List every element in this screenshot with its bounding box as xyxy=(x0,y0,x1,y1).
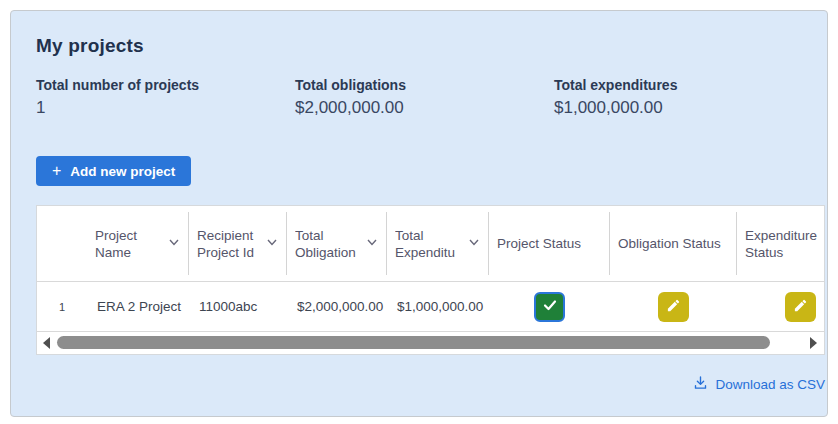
scrollbar-thumb[interactable] xyxy=(57,336,770,349)
chevron-down-icon[interactable] xyxy=(266,235,278,252)
header-expenditure-status: Expenditure Status xyxy=(737,206,825,281)
table-row: 1 ERA 2 Project 11000abc $2,000,000.00 $… xyxy=(37,282,825,332)
stat-value: $2,000,000.00 xyxy=(295,98,554,118)
plus-icon: + xyxy=(52,163,61,179)
stat-label: Total expenditures xyxy=(554,76,813,94)
row-number: 1 xyxy=(37,301,87,313)
scroll-right-arrow-icon[interactable] xyxy=(810,337,817,349)
chevron-down-icon[interactable] xyxy=(468,235,480,252)
stat-label: Total number of projects xyxy=(36,76,295,94)
header-row-number xyxy=(37,206,87,281)
header-total-obligation[interactable]: Total Obligation xyxy=(287,206,387,281)
my-projects-card: My projects Total number of projects 1 T… xyxy=(10,10,828,417)
stat-value: $1,000,000.00 xyxy=(554,98,813,118)
header-label: Obligation Status xyxy=(618,235,721,252)
horizontal-scrollbar xyxy=(37,332,824,354)
header-obligation-status: Obligation Status xyxy=(610,206,737,281)
stat-total-obligations: Total obligations $2,000,000.00 xyxy=(295,76,554,118)
page-title: My projects xyxy=(36,35,813,57)
stat-value: 1 xyxy=(36,98,295,118)
cell-recipient-project-id: 11000abc xyxy=(189,299,287,314)
cell-expenditure-status xyxy=(737,292,825,322)
download-csv-label: Download as CSV xyxy=(715,377,825,392)
cell-obligation-status xyxy=(610,292,737,322)
add-new-project-button[interactable]: + Add new project xyxy=(36,156,191,186)
table-header-row: Project Name Recipient Project Id xyxy=(37,206,825,282)
expenditure-status-edit-button[interactable] xyxy=(785,292,816,322)
add-new-project-label: Add new project xyxy=(70,164,175,179)
pencil-icon xyxy=(666,298,681,316)
header-total-expenditure[interactable]: Total Expenditu xyxy=(387,206,489,281)
chevron-down-icon[interactable] xyxy=(168,235,180,252)
pencil-icon xyxy=(793,298,808,316)
stat-total-expenditures: Total expenditures $1,000,000.00 xyxy=(554,76,813,118)
project-status-complete-button[interactable] xyxy=(534,292,565,322)
header-label: Total Obligation xyxy=(295,227,362,261)
header-label: Project Name xyxy=(95,227,164,261)
check-icon xyxy=(542,297,558,316)
cell-project-status xyxy=(489,292,610,322)
header-label: Project Status xyxy=(497,235,581,252)
download-csv-link[interactable]: Download as CSV xyxy=(693,375,825,393)
header-label: Expenditure Status xyxy=(745,227,825,261)
header-project-name[interactable]: Project Name xyxy=(87,206,189,281)
chevron-down-icon[interactable] xyxy=(366,235,378,252)
header-label: Total Expenditu xyxy=(395,227,464,261)
header-label: Recipient Project Id xyxy=(197,227,262,261)
scroll-left-arrow-icon[interactable] xyxy=(43,337,50,349)
obligation-status-edit-button[interactable] xyxy=(658,292,689,322)
cell-total-expenditure: $1,000,000.00 xyxy=(387,299,489,314)
stat-label: Total obligations xyxy=(295,76,554,94)
summary-stats: Total number of projects 1 Total obligat… xyxy=(36,76,813,118)
stat-total-projects: Total number of projects 1 xyxy=(36,76,295,118)
cell-total-obligation: $2,000,000.00 xyxy=(287,299,387,314)
projects-table: Project Name Recipient Project Id xyxy=(36,205,825,355)
download-icon xyxy=(693,375,708,393)
cell-project-name: ERA 2 Project xyxy=(87,299,189,314)
header-project-status: Project Status xyxy=(489,206,610,281)
header-recipient-project-id[interactable]: Recipient Project Id xyxy=(189,206,287,281)
